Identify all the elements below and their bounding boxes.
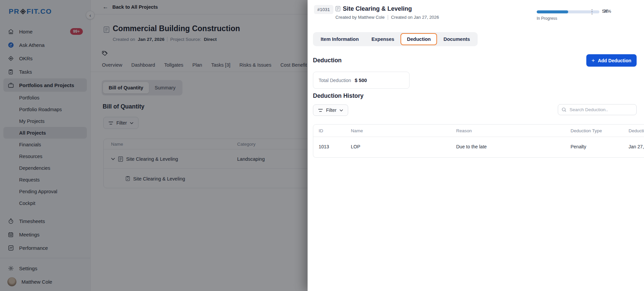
- filter-lines-icon: [318, 108, 323, 113]
- history-table-header: ID Name Reason Deduction Type Deduction …: [313, 125, 644, 137]
- filter-label: Filter: [326, 107, 336, 113]
- item-detail-panel: #1031 Site Clearing & Leveling Created b…: [308, 0, 644, 291]
- column-header-name: Name: [351, 128, 363, 133]
- column-header-deduction-type: Deduction Type: [571, 128, 602, 133]
- total-deduction-label: Total Deduction: [319, 78, 351, 83]
- app-root: PR FIT.CO Home 99+ Ask Athena OKRs: [0, 0, 644, 291]
- total-deduction-card: Total Deduction $ 500: [313, 72, 410, 89]
- tab-deduction[interactable]: Deduction: [400, 33, 437, 45]
- deduction-name: LOP: [351, 144, 360, 149]
- close-icon[interactable]: ✕: [601, 7, 610, 15]
- plus-icon: +: [592, 57, 595, 64]
- search-deduction-box: [558, 104, 637, 115]
- deduction-history-title: Deduction History: [313, 92, 364, 99]
- deduction-date: Jan 27, 2026: [629, 144, 644, 149]
- history-filter-button[interactable]: Filter: [313, 104, 348, 116]
- column-header-id: ID: [319, 128, 323, 133]
- column-header-reason: Reason: [456, 128, 472, 133]
- progress-fill: [537, 10, 568, 13]
- created-by-text: Created by Matthew Cole: [335, 15, 385, 20]
- item-id-badge: #1031: [314, 5, 333, 14]
- created-on-text: Created on Jan 27, 2026: [391, 15, 439, 20]
- deduction-reason: Due to the late: [456, 144, 487, 149]
- add-deduction-button[interactable]: + Add Deduction: [586, 54, 637, 67]
- search-input[interactable]: [570, 107, 633, 112]
- tab-expenses[interactable]: Expenses: [365, 33, 401, 45]
- chevron-down-icon: [339, 109, 343, 112]
- deduction-type: Penalty: [571, 144, 586, 149]
- status-badge: In Progress: [537, 16, 557, 21]
- panel-title: Site Clearing & Leveling: [343, 5, 412, 12]
- panel-subtitle: Created by Matthew Cole Created on Jan 2…: [335, 15, 439, 20]
- panel-tabs: Item Information Expenses Deduction Docu…: [313, 32, 478, 46]
- item-document-icon: [335, 6, 340, 12]
- total-deduction-value: $ 500: [355, 78, 367, 83]
- subtitle-divider: [388, 15, 388, 20]
- column-header-deduction-date: Deduction Date: [629, 128, 644, 133]
- deduction-history-table: ID Name Reason Deduction Type Deduction …: [313, 124, 644, 158]
- add-deduction-label: Add Deduction: [598, 58, 631, 63]
- tab-item-information[interactable]: Item Information: [314, 33, 365, 45]
- deduction-section-title: Deduction: [313, 57, 342, 64]
- tab-documents[interactable]: Documents: [437, 33, 476, 45]
- table-row[interactable]: 1013 LOP Due to the late Penalty Jan 27,…: [313, 137, 644, 156]
- search-icon: [561, 107, 567, 112]
- kebab-menu-icon[interactable]: ⋮: [588, 8, 596, 15]
- deduction-id: 1013: [319, 144, 329, 149]
